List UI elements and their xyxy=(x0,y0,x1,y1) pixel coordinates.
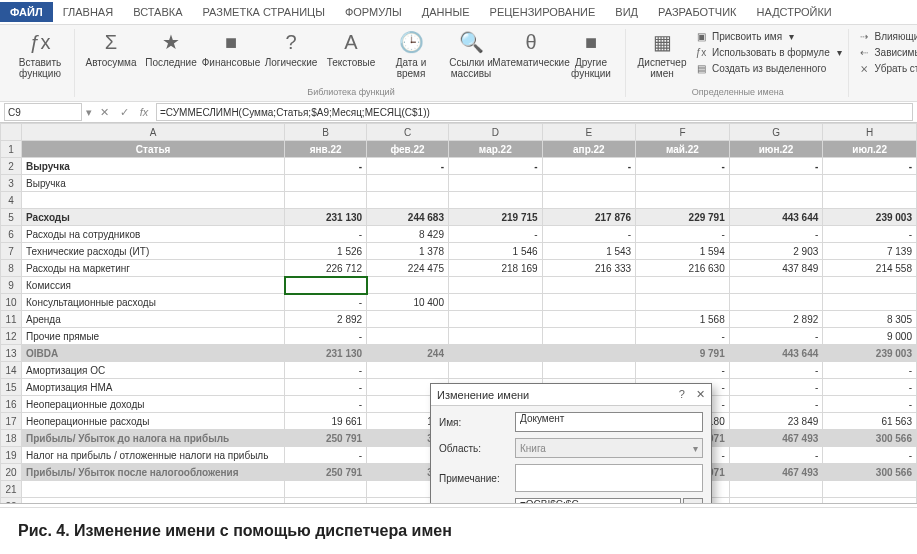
data-cell[interactable]: 467 493 xyxy=(729,464,823,481)
category-cell[interactable]: Расходы на сотрудников xyxy=(22,226,285,243)
data-cell[interactable] xyxy=(449,192,543,209)
row-header[interactable]: 1 xyxy=(1,141,22,158)
data-cell[interactable]: - xyxy=(449,226,543,243)
data-cell[interactable] xyxy=(729,192,823,209)
data-cell[interactable]: 2 892 xyxy=(729,311,823,328)
data-cell[interactable]: - xyxy=(729,447,823,464)
row-header[interactable]: 19 xyxy=(1,447,22,464)
tab-view[interactable]: ВИД xyxy=(605,2,648,22)
data-cell[interactable]: 244 xyxy=(367,345,449,362)
category-cell[interactable]: Технические расходы (ИТ) xyxy=(22,243,285,260)
data-cell[interactable] xyxy=(636,294,730,311)
dialog-titlebar[interactable]: Изменение имени ? ✕ xyxy=(431,384,711,406)
dialog-comment-input[interactable] xyxy=(515,464,703,492)
data-cell[interactable]: 443 644 xyxy=(729,209,823,226)
data-cell[interactable]: 23 849 xyxy=(729,413,823,430)
data-cell[interactable] xyxy=(367,192,449,209)
category-cell[interactable]: Выручка xyxy=(22,175,285,192)
data-cell[interactable] xyxy=(367,362,449,379)
data-cell[interactable]: 231 130 xyxy=(285,345,367,362)
row-header[interactable]: 5 xyxy=(1,209,22,226)
data-cell[interactable]: - xyxy=(449,158,543,175)
data-cell[interactable] xyxy=(449,277,543,294)
text-button[interactable]: AТекстовые xyxy=(323,29,379,68)
row-header[interactable]: 10 xyxy=(1,294,22,311)
row-header[interactable]: 20 xyxy=(1,464,22,481)
data-cell[interactable]: 250 791 xyxy=(285,464,367,481)
data-cell[interactable] xyxy=(449,311,543,328)
data-cell[interactable]: 300 566 xyxy=(823,430,917,447)
data-cell[interactable] xyxy=(542,345,636,362)
row-header[interactable]: 11 xyxy=(1,311,22,328)
data-cell[interactable]: 437 849 xyxy=(729,260,823,277)
data-cell[interactable] xyxy=(542,175,636,192)
category-cell[interactable]: Аренда xyxy=(22,311,285,328)
data-cell[interactable] xyxy=(542,294,636,311)
data-cell[interactable] xyxy=(729,175,823,192)
data-cell[interactable]: 244 683 xyxy=(367,209,449,226)
data-cell[interactable] xyxy=(823,192,917,209)
define-name-button[interactable]: ▣Присвоить имя ▾ xyxy=(694,29,842,43)
category-cell[interactable]: Консультационные расходы xyxy=(22,294,285,311)
remove-arrows-button[interactable]: ⨯Убрать стрелки ▾ xyxy=(857,61,917,75)
data-cell[interactable]: 1 378 xyxy=(367,243,449,260)
data-cell[interactable]: - xyxy=(729,226,823,243)
col-header-C[interactable]: C xyxy=(367,124,449,141)
category-cell[interactable]: Комиссия xyxy=(22,277,285,294)
data-cell[interactable]: - xyxy=(285,294,367,311)
name-box[interactable]: C9 xyxy=(4,103,82,121)
data-cell[interactable] xyxy=(542,328,636,345)
data-cell[interactable]: - xyxy=(823,447,917,464)
insert-function-button[interactable]: ƒxВставить функцию xyxy=(12,29,68,79)
data-cell[interactable] xyxy=(636,192,730,209)
data-cell[interactable]: 8 305 xyxy=(823,311,917,328)
tab-pagelayout[interactable]: РАЗМЕТКА СТРАНИЦЫ xyxy=(192,2,334,22)
data-cell[interactable]: - xyxy=(636,328,730,345)
data-cell[interactable]: 2 903 xyxy=(729,243,823,260)
row-header[interactable]: 21 xyxy=(1,481,22,498)
row-header[interactable]: 4 xyxy=(1,192,22,209)
row-header[interactable]: 8 xyxy=(1,260,22,277)
tab-formulas[interactable]: ФОРМУЛЫ xyxy=(335,2,412,22)
col-header-B[interactable]: B xyxy=(285,124,367,141)
data-cell[interactable]: 61 563 xyxy=(823,413,917,430)
data-cell[interactable]: 467 493 xyxy=(729,430,823,447)
data-cell[interactable]: - xyxy=(823,379,917,396)
data-cell[interactable]: - xyxy=(823,362,917,379)
data-cell[interactable]: - xyxy=(285,379,367,396)
data-cell[interactable] xyxy=(367,277,449,294)
data-cell[interactable]: 250 791 xyxy=(285,430,367,447)
data-cell[interactable] xyxy=(542,311,636,328)
accept-formula-icon[interactable]: ✓ xyxy=(116,106,132,119)
name-manager-button[interactable]: ▦Диспетчер имен xyxy=(634,29,690,79)
data-cell[interactable]: - xyxy=(729,328,823,345)
data-cell[interactable]: - xyxy=(285,447,367,464)
data-cell[interactable]: 1 594 xyxy=(636,243,730,260)
data-cell[interactable]: - xyxy=(636,158,730,175)
autosum-button[interactable]: ΣАвтосумма xyxy=(83,29,139,68)
dialog-name-input[interactable]: Документ xyxy=(515,412,703,432)
data-cell[interactable]: - xyxy=(285,396,367,413)
category-cell[interactable] xyxy=(22,498,285,505)
data-cell[interactable] xyxy=(449,328,543,345)
month-header-cell[interactable]: июл.22 xyxy=(823,141,917,158)
data-cell[interactable]: 231 130 xyxy=(285,209,367,226)
financial-button[interactable]: ■Финансовые xyxy=(203,29,259,68)
row-header[interactable]: 22 xyxy=(1,498,22,505)
month-header-cell[interactable]: апр.22 xyxy=(542,141,636,158)
row-header[interactable]: 17 xyxy=(1,413,22,430)
data-cell[interactable] xyxy=(285,277,367,294)
data-cell[interactable] xyxy=(367,328,449,345)
data-cell[interactable]: - xyxy=(729,396,823,413)
lookup-button[interactable]: 🔍Ссылки и массивы xyxy=(443,29,499,79)
formula-input[interactable]: =СУММЕСЛИМН(Сумма;Статья;$A9;Месяц;МЕСЯЦ… xyxy=(156,103,913,121)
month-header-cell[interactable]: мар.22 xyxy=(449,141,543,158)
logical-button[interactable]: ?Логические xyxy=(263,29,319,68)
month-header-cell[interactable]: май.22 xyxy=(636,141,730,158)
col-header-G[interactable]: G xyxy=(729,124,823,141)
row-header[interactable]: 3 xyxy=(1,175,22,192)
data-cell[interactable] xyxy=(729,498,823,505)
category-cell[interactable] xyxy=(22,481,285,498)
row-header[interactable]: 18 xyxy=(1,430,22,447)
data-cell[interactable]: 224 475 xyxy=(367,260,449,277)
